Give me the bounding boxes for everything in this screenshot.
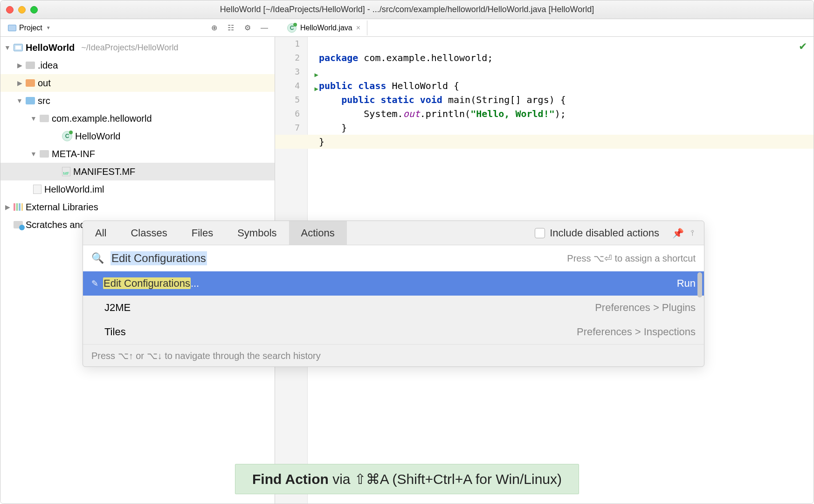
result-row[interactable]: ✎ Edit Configurations... Run [83,271,704,296]
tree-item[interactable]: ▶ HelloWorld.iml [0,180,275,198]
tree-item[interactable]: ▶ External Libraries [0,198,275,216]
result-row[interactable]: Tiles Preferences > Inspections [83,320,704,344]
editor-tab-label: HelloWorld.java [300,24,352,32]
project-view-selector[interactable]: Project ▼ [4,22,55,34]
window-zoom-button[interactable] [30,6,38,14]
libraries-icon [14,203,23,211]
tree-item[interactable]: ▶ out [0,74,275,92]
package-icon [40,115,49,122]
chevron-down-icon: ▼ [46,25,51,30]
package-icon [40,150,49,158]
window-close-button[interactable] [6,6,14,14]
code-content[interactable]: package com.example.helloworld; public c… [319,37,814,177]
collapse-all-button[interactable]: ☷ [224,21,238,35]
class-icon: C [62,131,72,141]
title-bar: HelloWorld [~/IdeaProjects/HelloWorld] -… [0,0,814,19]
tree-item[interactable]: ▼ com.example.helloworld [0,110,275,127]
hide-button[interactable]: — [257,21,271,35]
find-action-popup: All Classes Files Symbols Actions Includ… [83,221,704,367]
filter-icon[interactable]: ⫯ [687,228,698,239]
tip-banner: Find Action via ⇧⌘A (Shift+Ctrl+A for Wi… [235,464,579,494]
scratches-icon [14,221,23,228]
class-icon: C [287,23,297,33]
locate-button[interactable]: ⊕ [207,21,221,35]
search-input[interactable]: Edit Configurations [110,251,207,265]
close-icon[interactable]: × [356,24,360,32]
tree-item[interactable]: ▶ C HelloWorld [0,127,275,145]
shortcut-hint: Press ⌥⏎ to assign a shortcut [567,253,696,264]
folder-icon [26,62,35,69]
iml-icon [33,185,41,194]
popup-footer: Press ⌥↑ or ⌥↓ to navigate through the s… [83,344,704,366]
tab-files[interactable]: Files [179,221,225,245]
tab-all[interactable]: All [83,221,118,245]
folder-icon [26,79,35,87]
include-disabled-label: Include disabled actions [550,227,659,239]
search-icon: 🔍 [91,252,104,264]
popup-search-row: 🔍 Edit Configurations Press ⌥⏎ to assign… [83,245,704,271]
editor-tab[interactable]: C HelloWorld.java × [281,21,367,35]
tree-root[interactable]: ▼ HelloWorld ~/IdeaProjects/HelloWorld [0,39,275,56]
project-label: Project [19,24,42,32]
project-icon [8,25,16,31]
result-row[interactable]: J2ME Preferences > Plugins [83,296,704,320]
manifest-icon: MF [62,167,70,176]
tree-item[interactable]: ▼ META-INF [0,145,275,163]
popup-tabs: All Classes Files Symbols Actions Includ… [83,221,704,245]
tree-item[interactable]: ▶ .idea [0,56,275,74]
module-icon [14,44,23,51]
tree-item[interactable]: ▼ src [0,92,275,110]
settings-button[interactable]: ⚙ [241,21,255,35]
tree-item[interactable]: ▶ MF MANIFEST.MF [0,163,275,180]
window-minimize-button[interactable] [18,6,26,14]
run-gutter-icon[interactable]: ▶ [315,68,318,82]
tab-classes[interactable]: Classes [118,221,179,245]
edit-icon: ✎ [91,278,98,289]
pin-icon[interactable]: 📌 [672,228,683,239]
scrollbar-thumb[interactable] [697,272,702,297]
tab-symbols[interactable]: Symbols [225,221,289,245]
toolbar: Project ▼ ⊕ ☷ ⚙ — C HelloWorld.java × [0,19,814,37]
run-gutter-icon[interactable]: ▶ [315,82,318,96]
window-title: HelloWorld [~/IdeaProjects/HelloWorld] -… [0,5,814,14]
include-disabled-checkbox[interactable] [535,228,545,238]
folder-icon [26,97,35,104]
tab-actions[interactable]: Actions [289,221,347,245]
